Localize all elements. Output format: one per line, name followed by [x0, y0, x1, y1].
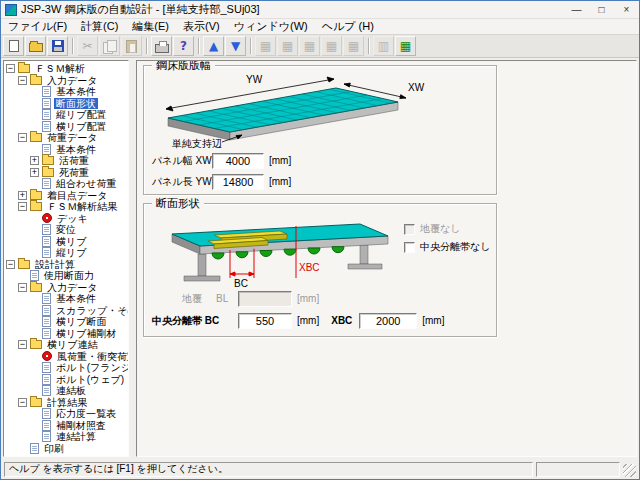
tree-item[interactable]: 縦リブ配置: [4, 109, 128, 121]
tree-item[interactable]: 補剛材照査: [4, 420, 128, 432]
maximize-button[interactable]: □: [589, 1, 614, 18]
tree-expander-plus-icon[interactable]: +: [18, 191, 27, 200]
tree-item[interactable]: 風荷重・衝突荷重: [4, 351, 128, 363]
minimize-button[interactable]: —: [564, 1, 589, 18]
tree-item-label: ボルト(フランジ): [54, 362, 129, 373]
menu-item-5[interactable]: ヘルプ (H): [315, 19, 381, 34]
tree-expander-minus-icon[interactable]: −: [18, 283, 27, 292]
resize-grip[interactable]: [623, 464, 636, 477]
tree-item[interactable]: 組合わせ荷重: [4, 178, 128, 190]
tree-item[interactable]: −入力データ: [4, 75, 128, 87]
tree-expander-minus-icon[interactable]: −: [18, 340, 27, 349]
menu-item-4[interactable]: ウィンドウ(W): [227, 19, 315, 34]
document-icon: [42, 408, 51, 419]
deck-width-group-title: 鋼床版版幅: [152, 60, 215, 72]
tree-item[interactable]: −ＦＳＭ解析: [4, 63, 128, 75]
tree-item[interactable]: +死荷重: [4, 167, 128, 179]
tree-item[interactable]: +活荷重: [4, 155, 128, 167]
status-text: ヘルプ を表示するには [F1] を押してください。: [9, 462, 228, 476]
tree-expander-minus-icon[interactable]: −: [6, 64, 15, 73]
tree-item[interactable]: 横リブ断面: [4, 316, 128, 328]
tree-item[interactable]: −計算結果: [4, 397, 128, 409]
tree-item[interactable]: ボルト(フランジ): [4, 362, 128, 374]
median-row: 中央分離帯 BC [mm] XBC [mm]: [152, 312, 444, 329]
tree-item[interactable]: −入力データ: [4, 282, 128, 294]
tree-item[interactable]: 印刷: [4, 443, 128, 455]
menu-item-3[interactable]: 表示(V): [176, 19, 227, 34]
new-button[interactable]: [3, 36, 24, 56]
move-down-button[interactable]: ▼: [225, 36, 246, 56]
tree-item[interactable]: 基本条件: [4, 293, 128, 305]
tree-item-label: 活荷重: [57, 155, 91, 166]
move-up-button[interactable]: ▲: [203, 36, 224, 56]
document-icon: [42, 420, 51, 431]
tree-item[interactable]: −ＦＳＭ解析結果: [4, 201, 128, 213]
tree-item[interactable]: 横リブ補剛材: [4, 328, 128, 340]
tree-item-label: 基本条件: [54, 293, 98, 304]
tree-expander-plus-icon[interactable]: +: [30, 168, 39, 177]
section-tool-1-button: ▦: [255, 36, 276, 56]
tree-item[interactable]: 横リブ: [4, 236, 128, 248]
curb-bl-input: [238, 291, 292, 307]
median-none-checkbox-label: 中央分離帯なし: [420, 240, 490, 254]
panel-length-unit: [mm]: [269, 176, 291, 187]
panel-width-input[interactable]: [212, 153, 264, 169]
tree-item[interactable]: −設計計算: [4, 259, 128, 271]
tree-item[interactable]: 変位: [4, 224, 128, 236]
tree-item[interactable]: 基本条件: [4, 86, 128, 98]
menu-item-2[interactable]: 編集(E): [125, 19, 176, 34]
open-icon: [29, 43, 43, 52]
status-extra-panel: [536, 462, 620, 477]
median-none-checkbox[interactable]: [404, 242, 415, 253]
section-tool-2-button: ▦: [277, 36, 298, 56]
menu-item-0[interactable]: ファイル(F): [1, 19, 74, 34]
splitter[interactable]: [129, 60, 136, 457]
tree-item[interactable]: 連結計算: [4, 431, 128, 443]
folder-icon: [30, 202, 42, 211]
open-button[interactable]: [25, 36, 46, 56]
tree: −ＦＳＭ解析−入力データ基本条件断面形状縦リブ配置横リブ配置−荷重データ基本条件…: [3, 60, 129, 457]
tree-item-label: ボルト(ウェブ): [54, 374, 126, 385]
tree-item[interactable]: 連結板: [4, 385, 128, 397]
left-girder-web: [198, 254, 206, 276]
tree-item[interactable]: −荷重データ: [4, 132, 128, 144]
tree-expander-minus-icon[interactable]: −: [6, 260, 15, 269]
tree-expander-plus-icon[interactable]: +: [30, 156, 39, 165]
tree-expander-minus-icon[interactable]: −: [18, 202, 27, 211]
result-table-button[interactable]: ▦: [395, 36, 416, 56]
grid-icon: ▦: [259, 39, 273, 53]
print-button[interactable]: [151, 36, 172, 56]
tree-item[interactable]: 横リブ配置: [4, 121, 128, 133]
tree-item[interactable]: −横リブ連結: [4, 339, 128, 351]
tree-item[interactable]: スカラップ・その他欠損: [4, 305, 128, 317]
menu-item-1[interactable]: 計算(C): [74, 19, 125, 34]
tree-expander-minus-icon[interactable]: −: [18, 133, 27, 142]
median-bc-input[interactable]: [238, 313, 292, 329]
panel-length-input[interactable]: [212, 174, 264, 190]
toolbar-separator: [198, 38, 199, 54]
section-3d-drawing: [164, 214, 399, 292]
toolbar: ✂?▲▼▦▦▦▦▦▥▦: [1, 35, 639, 58]
folder-icon: [30, 133, 42, 142]
curb-bl-label: BL: [216, 293, 238, 304]
help-button[interactable]: ?: [173, 36, 194, 56]
arrow-up-icon: ▲: [207, 39, 221, 53]
tree-expander-minus-icon[interactable]: −: [18, 76, 27, 85]
tree-item[interactable]: +着目点データ: [4, 190, 128, 202]
tree-item[interactable]: ボルト(ウェブ): [4, 374, 128, 386]
close-button[interactable]: ×: [614, 1, 639, 18]
tree-item[interactable]: デッキ: [4, 213, 128, 225]
median-xbc-input[interactable]: [359, 313, 417, 329]
tree-item[interactable]: 基本条件: [4, 144, 128, 156]
tree-expander-minus-icon[interactable]: −: [18, 398, 27, 407]
curb-none-checkbox-row: 地覆なし: [404, 222, 460, 236]
curb-none-checkbox[interactable]: [404, 224, 415, 235]
curb-row: 地覆 BL [mm]: [182, 290, 319, 307]
curb-bl-unit: [mm]: [297, 293, 319, 304]
save-button[interactable]: [47, 36, 68, 56]
tree-item[interactable]: 使用断面力: [4, 270, 128, 282]
tree-item-label: ＦＳＭ解析: [33, 63, 87, 74]
tree-item[interactable]: 応力度一覧表: [4, 408, 128, 420]
tree-item-label: 横リブ断面: [54, 316, 108, 327]
tree-item[interactable]: 断面形状: [4, 98, 128, 110]
